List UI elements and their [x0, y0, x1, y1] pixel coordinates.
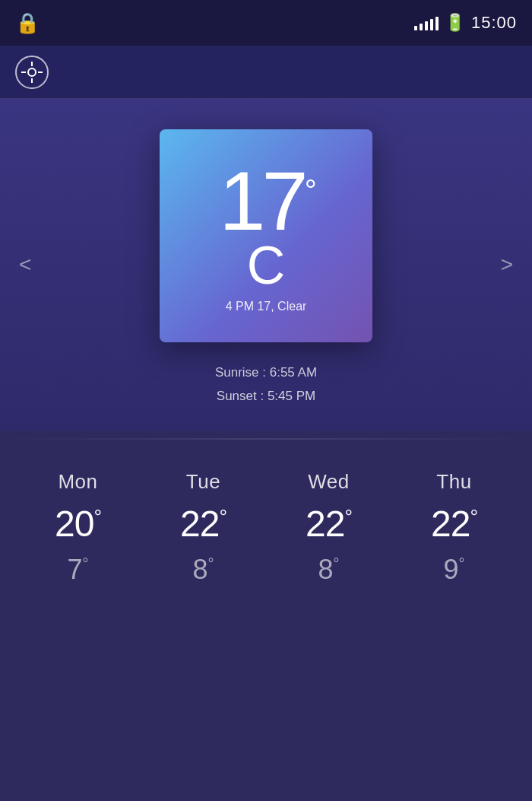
sunrise-text: Sunrise : 6:55 AM — [215, 361, 317, 385]
day-name: Mon — [58, 470, 97, 494]
day-high-temp: 22° — [431, 503, 477, 545]
signal-bars-icon — [414, 15, 439, 30]
location-target-icon[interactable] — [15, 56, 49, 89]
day-low-temp: 7° — [68, 554, 89, 586]
day-name: Thu — [436, 470, 471, 494]
sun-info: Sunrise : 6:55 AM Sunset : 5:45 PM — [215, 361, 317, 408]
weather-main-section: < > 17° C 4 PM 17, Clear Sunrise : 6:55 … — [0, 99, 532, 431]
day-high-temp: 22° — [180, 503, 226, 545]
battery-icon: 🔋 — [445, 13, 465, 33]
next-arrow-button[interactable]: > — [493, 245, 521, 284]
weather-card: 17° C 4 PM 17, Clear — [160, 129, 372, 342]
svg-point-0 — [28, 68, 36, 76]
status-right: 🔋 15:00 — [414, 13, 517, 33]
status-bar: 🔒 🔋 15:00 — [0, 0, 532, 46]
day-low-temp: 8° — [193, 554, 214, 586]
temperature-display: 17° — [219, 159, 312, 243]
nav-bar — [0, 46, 532, 99]
forecast-grid: Mon 20° 7° Tue 22° 8° Wed 22° 8° Thu 22°… — [15, 470, 517, 586]
day-low-temp: 9° — [444, 554, 465, 586]
forecast-section: Mon 20° 7° Tue 22° 8° Wed 22° 8° Thu 22°… — [0, 440, 532, 616]
lock-icon: 🔒 — [15, 11, 40, 35]
temperature-unit: C — [247, 235, 286, 296]
day-low-temp: 8° — [318, 554, 340, 586]
sunset-text: Sunset : 5:45 PM — [215, 385, 317, 408]
day-high-temp: 22° — [306, 503, 352, 545]
day-high-temp: 20° — [55, 503, 101, 545]
forecast-day-mon: Mon 20° 7° — [15, 470, 141, 586]
forecast-day-thu: Thu 22° 9° — [391, 470, 517, 586]
day-name: Wed — [308, 470, 350, 494]
forecast-day-tue: Tue 22° 8° — [141, 470, 266, 586]
day-name: Tue — [186, 470, 220, 494]
weather-description: 4 PM 17, Clear — [226, 300, 307, 313]
forecast-day-wed: Wed 22° 8° — [266, 470, 391, 586]
status-left: 🔒 — [15, 11, 40, 35]
time-display: 15:00 — [471, 13, 517, 33]
prev-arrow-button[interactable]: < — [11, 245, 39, 284]
